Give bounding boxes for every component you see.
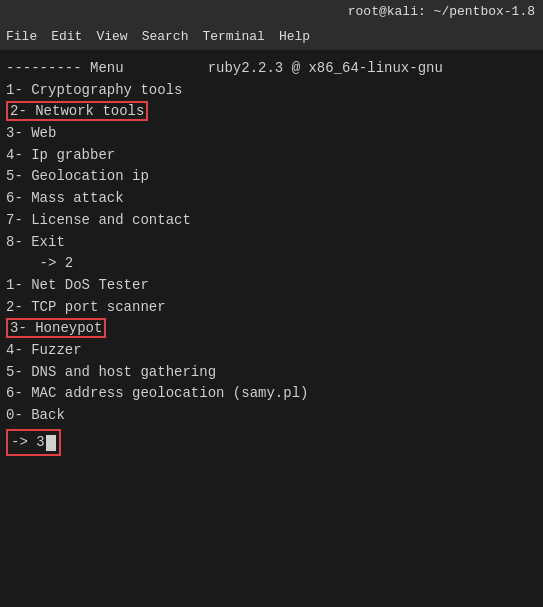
menu-view[interactable]: View — [96, 29, 127, 44]
menu-item-5: 5- Geolocation ip — [6, 166, 537, 188]
menu-item-4: 4- Ip grabber — [6, 145, 537, 167]
terminal-content: --------- Menu ruby2.2.3 @ x86_64-linux-… — [0, 50, 543, 607]
menu-file[interactable]: File — [6, 29, 37, 44]
menu-item-6: 6- Mass attack — [6, 188, 537, 210]
title-bar: root@kali: ~/pentbox-1.8 — [0, 0, 543, 22]
highlighted-honeypot: 3- Honeypot — [6, 318, 106, 338]
submenu-item-4: 4- Fuzzer — [6, 340, 537, 362]
menu-item-3: 3- Web — [6, 123, 537, 145]
menu-search[interactable]: Search — [142, 29, 189, 44]
cursor — [46, 435, 56, 451]
submenu-item-1: 1- Net DoS Tester — [6, 275, 537, 297]
menu-item-1: 1- Cryptography tools — [6, 80, 537, 102]
second-prompt-line[interactable]: -> 3 — [6, 429, 537, 457]
menu-terminal[interactable]: Terminal — [202, 29, 264, 44]
menu-help[interactable]: Help — [279, 29, 310, 44]
menu-item-2: 2- Network tools — [6, 101, 537, 123]
submenu-item-3: 3- Honeypot — [6, 318, 537, 340]
submenu-item-6: 6- MAC address geolocation (samy.pl) — [6, 383, 537, 405]
title-text: root@kali: ~/pentbox-1.8 — [348, 4, 535, 19]
submenu-item-2: 2- TCP port scanner — [6, 297, 537, 319]
menu-bar: File Edit View Search Terminal Help — [0, 22, 543, 50]
submenu-item-5: 5- DNS and host gathering — [6, 362, 537, 384]
prompt-input-box[interactable]: -> 3 — [6, 429, 61, 457]
highlighted-network-tools: 2- Network tools — [6, 101, 148, 121]
menu-item-8: 8- Exit — [6, 232, 537, 254]
menu-edit[interactable]: Edit — [51, 29, 82, 44]
menu-item-7: 7- License and contact — [6, 210, 537, 232]
first-prompt: -> 2 — [6, 253, 537, 275]
second-prompt-text: -> 3 — [11, 432, 45, 454]
menu-header: --------- Menu ruby2.2.3 @ x86_64-linux-… — [6, 58, 537, 80]
back-item: 0- Back — [6, 405, 537, 427]
